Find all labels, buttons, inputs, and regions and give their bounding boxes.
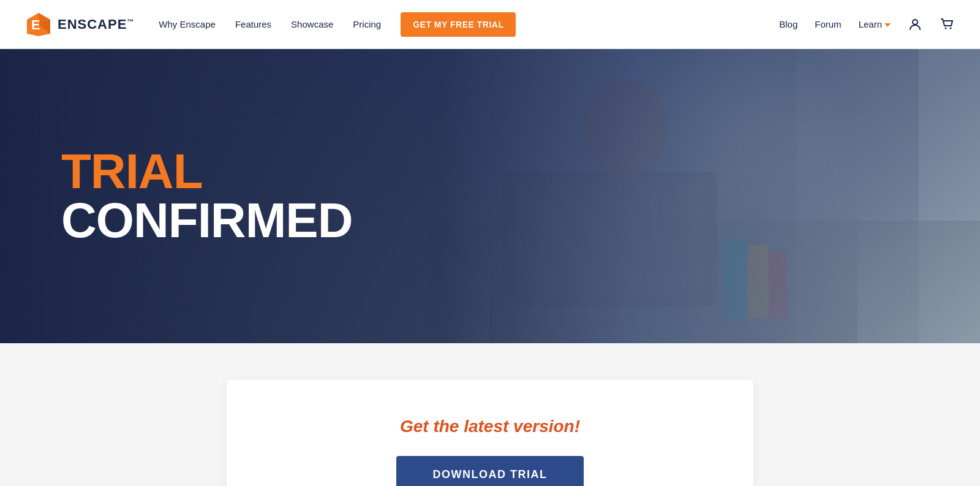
learn-chevron-down-icon [884,23,891,27]
cart-icon [940,17,956,32]
nav-item-learn[interactable]: Learn [859,19,891,29]
nav-item-pricing[interactable]: Pricing [353,19,381,29]
nav-item-forum[interactable]: Forum [815,19,841,29]
hero-text-content: TRIAL CONFIRMED [61,147,352,245]
user-account-button[interactable] [908,17,922,32]
logo-text: ENSCAPE™ [58,17,134,32]
navbar: E ENSCAPE™ Why Enscape Features Showcase… [0,0,980,49]
hero-confirmed-text: CONFIRMED [61,196,352,245]
nav-links: Why Enscape Features Showcase Pricing GE… [159,19,516,30]
user-icon [908,17,922,32]
svg-point-4 [913,20,918,25]
content-section: Get the latest version! DOWNLOAD TRIAL [0,343,980,486]
hero-section: TRIAL CONFIRMED [0,49,980,343]
svg-point-5 [945,27,947,29]
download-trial-button[interactable]: DOWNLOAD TRIAL [396,456,584,486]
nav-item-features[interactable]: Features [235,19,271,29]
get-free-trial-button[interactable]: GET MY FREE TRIAL [401,12,516,37]
card-heading: Get the latest version! [400,417,580,436]
nav-item-showcase[interactable]: Showcase [291,19,333,29]
nav-item-why[interactable]: Why Enscape [159,19,216,29]
logo-link[interactable]: E ENSCAPE™ [24,10,134,39]
nav-item-blog[interactable]: Blog [779,19,797,29]
logo-icon: E [24,10,53,39]
svg-point-6 [950,27,952,29]
svg-text:E: E [31,17,40,32]
hero-trial-text: TRIAL [61,147,352,196]
download-card: Get the latest version! DOWNLOAD TRIAL [227,380,753,486]
cart-button[interactable] [940,17,956,32]
nav-right: Blog Forum Learn [779,17,956,32]
